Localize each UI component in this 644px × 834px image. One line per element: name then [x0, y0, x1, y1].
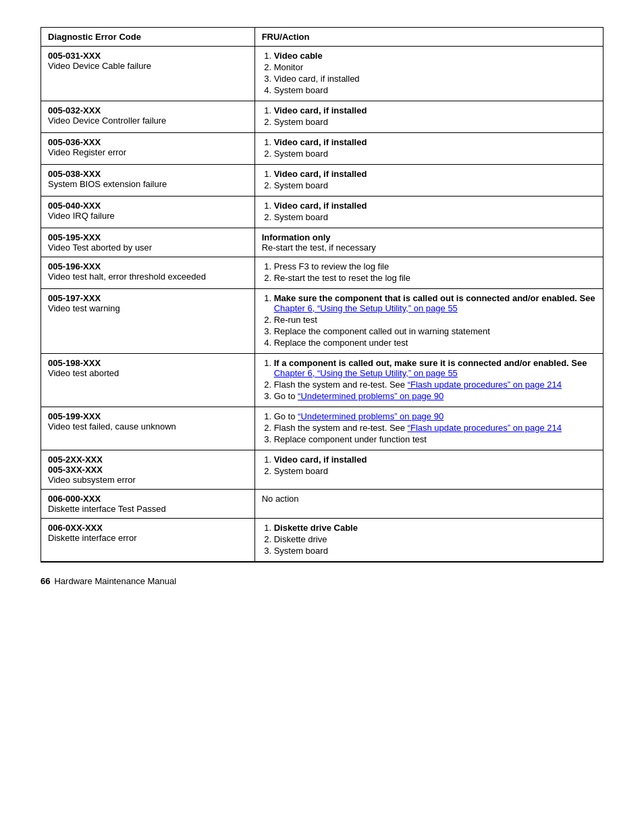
fru-list-item: System board	[274, 85, 596, 95]
fru-list: Video card, if installedSystem board	[262, 169, 596, 190]
table-row: 006-0XX-XXXDiskette interface errorDiske…	[41, 519, 603, 562]
fru-list-item: Video card, if installed	[274, 105, 596, 115]
fru-action-cell: Video cableMonitorVideo card, if install…	[254, 47, 603, 101]
fru-list: Video cableMonitorVideo card, if install…	[262, 51, 596, 95]
fru-link[interactable]: “Flash update procedures” on page 214	[408, 380, 562, 390]
error-description: Video test aborted	[48, 368, 119, 378]
fru-action-cell: Information onlyRe-start the test, if ne…	[254, 228, 603, 257]
error-code: 005-196-XXX	[48, 261, 101, 271]
fru-complex-list-item: Flash the system and re-test. See “Flash…	[274, 380, 596, 390]
error-description: Diskette interface Test Passed	[48, 504, 166, 514]
fru-list-item: Video card, if installed	[274, 74, 596, 84]
fru-complex-list-item: Flash the system and re-test. See “Flash…	[274, 423, 596, 433]
table-row: 005-038-XXXSystem BIOS extension failure…	[41, 165, 603, 197]
fru-action-cell: Video card, if installedSystem board	[254, 197, 603, 228]
fru-link[interactable]: Chapter 6, “Using the Setup Utility,” on…	[274, 368, 458, 378]
fru-link[interactable]: “Undetermined problems” on page 90	[298, 411, 444, 421]
fru-action-cell: Diskette drive CableDiskette driveSystem…	[254, 519, 603, 562]
fru-list-item: Press F3 to review the log file	[274, 261, 596, 271]
page-footer: 66 Hardware Maintenance Manual	[41, 576, 603, 586]
fru-list-item: System board	[274, 117, 596, 127]
table-row: 006-000-XXXDiskette interface Test Passe…	[41, 490, 603, 519]
error-code-cell: 005-031-XXXVideo Device Cable failure	[41, 47, 254, 101]
fru-list-item: Video cable	[274, 51, 596, 61]
error-code: 005-2XX-XXX	[48, 454, 103, 465]
fru-list-item: Re-start the test to reset the log file	[274, 273, 596, 283]
fru-link[interactable]: “Flash update procedures” on page 214	[408, 423, 562, 433]
fru-action-cell: No action	[254, 490, 603, 519]
fru-list: Press F3 to review the log fileRe-start …	[262, 261, 596, 283]
error-description: Video test halt, error threshold exceede…	[48, 271, 206, 282]
table-row: 005-2XX-XXX005-3XX-XXXVideo subsystem er…	[41, 450, 603, 490]
fru-action-cell: If a component is called out, make sure …	[254, 354, 603, 407]
fru-list-item: Video card, if installed	[274, 454, 596, 465]
fru-list: Video card, if installedSystem board	[262, 105, 596, 127]
error-code: 005-198-XXX	[48, 358, 101, 368]
fru-list: Diskette drive CableDiskette driveSystem…	[262, 523, 596, 556]
table-row: 005-197-XXXVideo test warningMake sure t…	[41, 289, 603, 354]
fru-action-cell: Video card, if installedSystem board	[254, 165, 603, 197]
error-description: Diskette interface error	[48, 533, 137, 543]
fru-list-item: System board	[274, 149, 596, 159]
error-code: 005-036-XXX	[48, 137, 101, 147]
fru-list-item: Video card, if installed	[274, 201, 596, 211]
fru-list-item: System board	[274, 212, 596, 222]
fru-complex-list: If a component is called out, make sure …	[262, 358, 596, 401]
fru-action-cell: Video card, if installedSystem board	[254, 450, 603, 490]
error-code-cell: 005-199-XXXVideo test failed, cause unkn…	[41, 407, 254, 450]
fru-list-item: Video card, if installed	[274, 137, 596, 147]
fru-list: Video card, if installedSystem board	[262, 137, 596, 159]
error-code-cell: 005-195-XXXVideo Test aborted by user	[41, 228, 254, 257]
table-row: 005-032-XXXVideo Device Controller failu…	[41, 101, 603, 133]
table-row: 005-040-XXXVideo IRQ failureVideo card, …	[41, 197, 603, 228]
fru-list: Video card, if installedSystem board	[262, 201, 596, 222]
fru-complex-list: Make sure the component that is called o…	[262, 293, 596, 348]
diagnostic-table: Diagnostic Error Code FRU/Action 005-031…	[41, 27, 603, 563]
fru-list-item: Video card, if installed	[274, 169, 596, 179]
fru-complex-list-item: If a component is called out, make sure …	[274, 358, 596, 378]
fru-link[interactable]: “Undetermined problems” on page 90	[298, 391, 444, 401]
error-code-cell: 005-198-XXXVideo test aborted	[41, 354, 254, 407]
error-code: 005-195-XXX	[48, 232, 101, 242]
table-row: 005-031-XXXVideo Device Cable failureVid…	[41, 47, 603, 101]
fru-link[interactable]: Chapter 6, “Using the Setup Utility,” on…	[274, 303, 458, 313]
col-header-error-code: Diagnostic Error Code	[41, 28, 254, 47]
error-description: Video Device Controller failure	[48, 115, 166, 126]
fru-complex-list-item: Go to “Undetermined problems” on page 90	[274, 391, 596, 401]
fru-action-cell: Video card, if installedSystem board	[254, 133, 603, 165]
fru-complex-list-item: Go to “Undetermined problems” on page 90	[274, 411, 596, 421]
error-code-cell: 005-032-XXXVideo Device Controller failu…	[41, 101, 254, 133]
error-description: System BIOS extension failure	[48, 179, 167, 189]
fru-complex-list-item: Replace component under function test	[274, 434, 596, 444]
table-row: 005-198-XXXVideo test abortedIf a compon…	[41, 354, 603, 407]
fru-list-item: Monitor	[274, 62, 596, 72]
error-description: Video IRQ failure	[48, 211, 115, 221]
error-code: 006-000-XXX	[48, 494, 101, 504]
fru-list-item: System board	[274, 546, 596, 556]
fru-complex-list-item: Replace the component under test	[274, 338, 596, 348]
error-code: 005-031-XXX	[48, 51, 101, 61]
fru-action-cell: Make sure the component that is called o…	[254, 289, 603, 354]
error-code: 006-0XX-XXX	[48, 523, 103, 533]
error-code-cell: 006-000-XXXDiskette interface Test Passe…	[41, 490, 254, 519]
error-description: Video test failed, cause unknown	[48, 421, 176, 432]
table-row: 005-195-XXXVideo Test aborted by userInf…	[41, 228, 603, 257]
fru-complex-list-item: Replace the component called out in warn…	[274, 326, 596, 336]
fru-complex-list-item: Make sure the component that is called o…	[274, 293, 596, 313]
error-description: Video subsystem error	[48, 475, 136, 485]
page-number: 66	[41, 576, 50, 586]
error-description: Video Device Cable failure	[48, 61, 151, 71]
fru-complex-list: Go to “Undetermined problems” on page 90…	[262, 411, 596, 444]
fru-info-text: Re-start the test, if necessary	[262, 242, 376, 253]
col-header-fru-action: FRU/Action	[254, 28, 603, 47]
table-row: 005-199-XXXVideo test failed, cause unkn…	[41, 407, 603, 450]
error-code-cell: 005-197-XXXVideo test warning	[41, 289, 254, 354]
error-code: 005-197-XXX	[48, 293, 101, 303]
error-code: 005-199-XXX	[48, 411, 101, 421]
footer-text: Hardware Maintenance Manual	[54, 576, 176, 586]
fru-list-item: System board	[274, 180, 596, 190]
fru-list-item: Diskette drive	[274, 534, 596, 544]
error-code-cell: 005-2XX-XXX005-3XX-XXXVideo subsystem er…	[41, 450, 254, 490]
error-code-cell: 005-038-XXXSystem BIOS extension failure	[41, 165, 254, 197]
fru-info-label: Information only	[262, 232, 331, 242]
